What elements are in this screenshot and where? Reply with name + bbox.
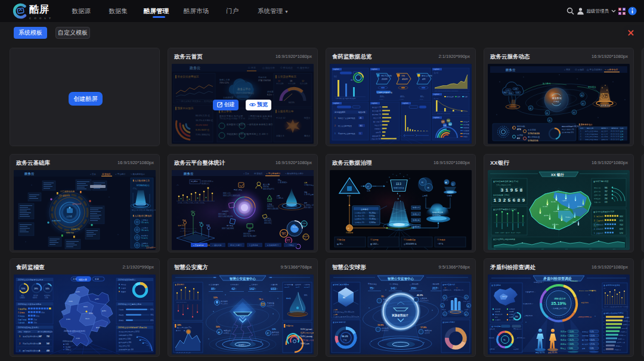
svg-text:86: 86 — [343, 297, 345, 299]
svg-text:1 亿数据共享 支撑 35万次/267万条/天: 1 亿数据共享 支撑 35万次/267万条/天 — [333, 316, 360, 318]
svg-text:本月调用: 本月调用 — [528, 128, 536, 131]
svg-text:XX个: XX个 — [287, 241, 290, 243]
svg-text:常德市: 常德市 — [69, 300, 73, 303]
svg-text:疑难案件: 疑难案件 — [495, 319, 501, 321]
svg-text:物理机: 物理机 — [281, 232, 286, 234]
svg-text:⇄: ⇄ — [367, 186, 369, 188]
svg-text:▍数据汇聚共享概况: ▍数据汇聚共享概况 — [333, 283, 349, 286]
svg-text:重点人员管控率 27条: 重点人员管控率 27条 — [177, 326, 192, 329]
svg-text:213万: 213万 — [382, 78, 388, 81]
svg-text:清洗: 清洗 — [367, 190, 370, 192]
svg-text:XXX 78,785,9827: XXX 78,785,9827 — [243, 235, 256, 237]
svg-text:+4.71%: +4.71% — [399, 98, 404, 100]
svg-text:资源使用统计: 资源使用统计 — [392, 313, 408, 317]
svg-text:当月交易金额 (万元): 当月交易金额 (万元) — [493, 194, 510, 196]
svg-text:股份行: 股份行 — [511, 232, 516, 234]
svg-text:⊕ 数据/服务/个: ⊕ 数据/服务/个 — [267, 244, 279, 246]
svg-text:不良余额: 不良余额 — [594, 201, 600, 203]
svg-text:服务名称: 服务名称 — [587, 127, 593, 129]
svg-text:委办局1 委办局2 委办局3 委办局4 委办局5: 委办局1 委办局2 委办局3 委办局4 委办局5 — [178, 202, 205, 204]
svg-text:邻里地界纠纷 —: 邻里地界纠纷 — — [525, 291, 536, 293]
svg-text:2019年稽查车辆统计: 2019年稽查车辆统计 — [118, 279, 136, 281]
svg-text:28%: 28% — [34, 288, 38, 290]
svg-text:⌂ 首页: ⌂ 首页 — [243, 172, 249, 175]
svg-text:◎ 云动态: ◎ 云动态 — [575, 69, 584, 71]
svg-text:▍各支行业务量排行TOP: ▍各支行业务量排行TOP — [593, 211, 614, 213]
svg-text:∿ 数据服务动态: ∿ 数据服务动态 — [131, 173, 145, 175]
svg-text:智慧公安监管中心: 智慧公安监管中心 — [387, 277, 414, 281]
svg-text:智慧公安监管中心: 智慧公安监管中心 — [229, 277, 256, 281]
svg-text:4万: 4万 — [517, 137, 521, 140]
svg-text:业务系统: 业务系统 — [248, 230, 255, 232]
svg-text:92%: 92% — [150, 308, 154, 311]
svg-text:共享区: 共享区 — [553, 100, 559, 103]
svg-text:工商注册信息服务: 工商注册信息服务 — [585, 135, 599, 138]
svg-text:79 ⇡: 79 ⇡ — [259, 298, 264, 301]
svg-text:国有行: 国有行 — [506, 232, 510, 234]
svg-text:▦ 基础库: ▦ 基础库 — [102, 172, 111, 175]
svg-text:接通提升: 接通提升 — [272, 334, 279, 336]
svg-text:年度: 年度 — [95, 278, 99, 280]
svg-text:平台支撑能力 36 ↑: 平台支撑能力 36 ↑ — [562, 128, 575, 131]
svg-text:95,284条: 95,284条 — [369, 212, 376, 214]
svg-text:山 平台总体统计: 山 平台总体统计 — [587, 68, 603, 71]
svg-text:药品批发企业监督检查: 药品批发企业监督检查 — [338, 132, 355, 135]
svg-text:82.3% | 特种行业预警: 82.3% | 特种行业预警 — [301, 332, 314, 334]
svg-text:9: 9 — [510, 187, 513, 193]
svg-text:458: 458 — [47, 350, 49, 352]
svg-text:云化率: 云化率 — [292, 229, 297, 232]
svg-text:98万: 98万 — [620, 215, 623, 218]
svg-text:✆: ✆ — [267, 332, 269, 335]
svg-text:检查次数: 检查次数 — [358, 111, 366, 113]
svg-text:caption: caption — [434, 68, 439, 70]
svg-text:▍资源 使用分析: ▍资源 使用分析 — [333, 321, 346, 323]
svg-text:日采集量: 日采集量 — [383, 301, 390, 303]
svg-text:初中以下: 初中以下 — [582, 343, 589, 345]
svg-text:46件: 46件 — [41, 311, 45, 314]
svg-text:1: 1 — [506, 187, 509, 193]
svg-text:09-16 10:18: 09-16 10:18 — [611, 135, 620, 138]
svg-text:人社: 人社 — [507, 89, 510, 91]
svg-text:调解成功 率: 调解成功 率 — [495, 313, 503, 316]
svg-text:医疗器械 156: 医疗器械 156 — [373, 121, 383, 123]
svg-text:接口复用率 45%: 接口复用率 45% — [562, 131, 574, 134]
svg-text:岳阳市: 岳阳市 — [95, 298, 100, 300]
svg-text:∠ 平台统计: ∠ 平台统计 — [115, 172, 126, 175]
svg-text:45%: 45% — [150, 319, 154, 322]
svg-text:380万: 380万 — [296, 286, 300, 288]
svg-text:410万: 410万 — [402, 78, 408, 81]
svg-text:∿ 云服务动态: ∿ 云服务动态 — [605, 69, 618, 71]
svg-text:杨光辉 78: 杨光辉 78 — [618, 338, 625, 340]
svg-text:8.8%: 8.8% — [590, 347, 595, 350]
svg-text:8.0%: 8.0% — [569, 347, 574, 350]
svg-text:正常: 正常 — [620, 138, 624, 141]
svg-text:1 食品药品: 1 食品药品 — [18, 308, 27, 310]
svg-text:↗ 万事通: ↗ 万事通 — [286, 244, 294, 246]
svg-text:986: 986 — [605, 187, 608, 189]
svg-text:共享: 共享 — [277, 195, 280, 197]
svg-text:常住人口 户籍人口 流动 暂住人口: 常住人口 户籍人口 流动 暂住人口 — [132, 209, 156, 211]
svg-text:正常: 正常 — [620, 133, 624, 135]
svg-text:caption: caption — [402, 102, 408, 104]
svg-text:娄底市: 娄底市 — [89, 312, 94, 314]
svg-text:200以上: 200以上 — [66, 348, 72, 351]
svg-text:吴长春 65: 吴长春 65 — [615, 349, 621, 351]
svg-text:2 保健品: 2 保健品 — [18, 311, 25, 314]
svg-text:8,953条: 8,953条 — [369, 215, 375, 217]
svg-text:数据治理总量: 数据治理总量 — [394, 187, 404, 189]
svg-text:33%: 33% — [272, 328, 276, 331]
svg-text:▍全行近30日交易金额趋势图: ▍全行近30日交易金额趋势图 — [493, 238, 515, 240]
svg-text:⊞: ⊞ — [467, 305, 469, 307]
svg-text:55%: 55% — [21, 288, 26, 290]
svg-text:警员: 警员 — [343, 339, 347, 341]
svg-text:正常: 正常 — [620, 130, 624, 132]
svg-text:行政许可 768: 行政许可 768 — [371, 138, 381, 140]
svg-text:▨ 数据量: ▨ 数据量 — [337, 238, 345, 241]
svg-text:食品流通: 食品流通 — [463, 124, 469, 126]
svg-text:已出动: 已出动 — [121, 283, 126, 286]
svg-text:保健品整治 1580: 保健品整治 1580 — [119, 338, 131, 340]
svg-text:餐饮服务: 餐饮服务 — [463, 127, 469, 129]
svg-text:▍最新服务动态: ▍最新服务动态 — [578, 124, 593, 126]
svg-text:⌂ 首页: ⌂ 首页 — [564, 68, 571, 71]
svg-text:162↑: 162↑ — [249, 287, 256, 291]
